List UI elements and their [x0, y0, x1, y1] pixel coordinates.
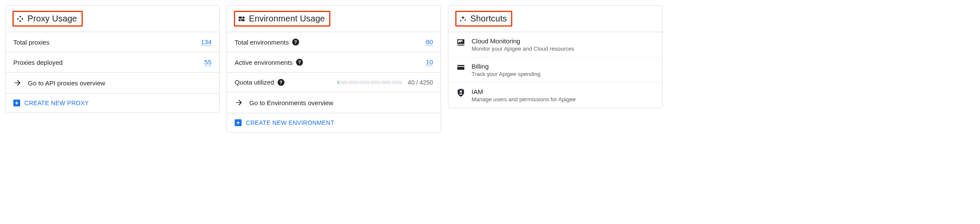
- proxy-usage-card: Proxy Usage Total proxies 134 Proxies de…: [5, 5, 220, 113]
- proxy-usage-title: Proxy Usage: [27, 14, 77, 24]
- shortcut-iam[interactable]: IAM Manage users and permissions for Api…: [448, 83, 662, 108]
- proxies-deployed-value[interactable]: 55: [204, 58, 212, 66]
- quota-utilized-row: Quota utilized ? 40 / 4250: [227, 73, 441, 92]
- proxy-usage-header: Proxy Usage: [6, 6, 219, 32]
- shortcut-desc: Monitor your Apigee and Cloud resources: [472, 45, 574, 52]
- proxies-deployed-label: Proxies deployed: [13, 59, 63, 66]
- create-proxy-button[interactable]: + CREATE NEW PROXY: [6, 94, 219, 112]
- total-proxies-row: Total proxies 134: [6, 32, 219, 52]
- help-icon[interactable]: ?: [278, 79, 284, 86]
- environment-usage-header: Environment Usage: [227, 6, 441, 32]
- quota-progress-bar: [338, 81, 402, 84]
- proxy-overview-link[interactable]: Go to API proxies overview: [6, 73, 219, 94]
- shortcut-desc: Manage users and permissions for Apigee: [472, 96, 576, 103]
- environment-usage-title: Environment Usage: [249, 14, 325, 24]
- create-environment-label: CREATE NEW ENVIRONMENT: [246, 119, 334, 126]
- environment-usage-card: Environment Usage Total environments ? 8…: [227, 5, 441, 133]
- proxies-deployed-row: Proxies deployed 55: [6, 52, 219, 73]
- monitoring-icon: [456, 37, 466, 47]
- active-environments-value[interactable]: 10: [426, 58, 433, 66]
- total-proxies-label: Total proxies: [13, 39, 49, 46]
- sparkle-icon: [459, 15, 467, 23]
- shortcuts-card: Shortcuts Cloud Monitoring Monitor your …: [448, 5, 662, 108]
- create-environment-button[interactable]: + CREATE NEW ENVIRONMENT: [227, 113, 441, 132]
- total-environments-value[interactable]: 80: [426, 38, 433, 46]
- shortcut-desc: Track your Apigee spending: [472, 71, 541, 77]
- shortcuts-header: Shortcuts: [448, 6, 662, 32]
- shortcut-title: Billing: [472, 63, 541, 70]
- environments-overview-label: Go to Environments overview: [249, 99, 333, 106]
- total-proxies-value[interactable]: 134: [201, 38, 212, 46]
- active-environments-label: Active environments: [235, 59, 293, 66]
- create-proxy-label: CREATE NEW PROXY: [24, 100, 89, 106]
- plus-icon: +: [13, 100, 20, 106]
- total-environments-row: Total environments ? 80: [227, 32, 441, 52]
- help-icon[interactable]: ?: [296, 59, 303, 66]
- help-icon[interactable]: ?: [292, 39, 299, 45]
- environments-overview-link[interactable]: Go to Environments overview: [227, 92, 441, 113]
- billing-icon: [456, 63, 466, 72]
- plus-icon: +: [235, 119, 242, 126]
- quota-utilized-label: Quota utilized: [235, 79, 274, 86]
- proxy-overview-label: Go to API proxies overview: [28, 79, 105, 87]
- proxy-icon: [16, 15, 24, 23]
- shortcut-cloud-monitoring[interactable]: Cloud Monitoring Monitor your Apigee and…: [448, 32, 662, 58]
- shortcut-billing[interactable]: Billing Track your Apigee spending: [448, 58, 662, 83]
- shield-icon: [456, 88, 466, 97]
- shortcut-title: IAM: [472, 88, 576, 95]
- total-environments-label: Total environments: [235, 39, 289, 46]
- quota-text: 40 / 4250: [408, 79, 433, 86]
- shortcut-title: Cloud Monitoring: [472, 37, 574, 45]
- arrow-right-icon: [13, 79, 22, 87]
- arrow-right-icon: [235, 98, 243, 107]
- shortcuts-title: Shortcuts: [470, 14, 507, 24]
- environment-icon: [238, 15, 245, 23]
- active-environments-row: Active environments ? 10: [227, 52, 441, 73]
